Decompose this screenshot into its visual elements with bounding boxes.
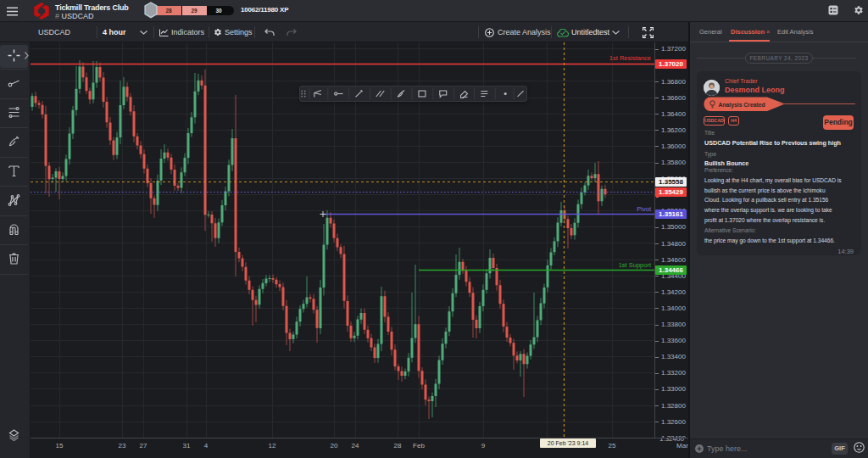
svg-text:Pivot: Pivot [637, 205, 652, 213]
svg-text:Analysis Created: Analysis Created [719, 102, 765, 109]
svg-text:1st Support: 1st Support [619, 261, 652, 269]
svg-text:1st Resistance: 1st Resistance [609, 54, 651, 62]
svg-text:30: 30 [215, 8, 222, 14]
svg-text:29: 29 [191, 8, 198, 14]
svg-text:28: 28 [165, 8, 172, 14]
